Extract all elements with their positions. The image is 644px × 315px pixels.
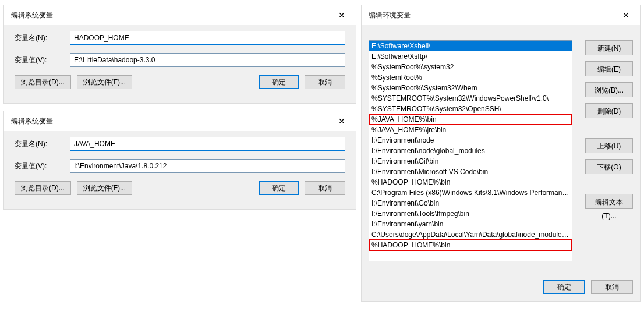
- ok-button[interactable]: 确定: [259, 181, 299, 195]
- cancel-button[interactable]: 取消: [305, 181, 345, 195]
- edit-envvar-dialog: 编辑环境变量 ✕ E:\Software\Xshell\E:\Software\…: [361, 5, 641, 302]
- dialog-title: 编辑系统变量: [11, 116, 53, 126]
- list-item[interactable]: C:\Program Files (x86)\Windows Kits\8.1\…: [369, 187, 572, 198]
- var-value-input[interactable]: [70, 159, 345, 173]
- list-item[interactable]: I:\Environment\node: [369, 135, 572, 146]
- list-item[interactable]: %SYSTEMROOT%\System32\WindowsPowerShell\…: [369, 93, 572, 104]
- movedown-button[interactable]: 下移(O): [585, 159, 633, 174]
- list-item[interactable]: %JAVA_HOME%\bin: [369, 114, 572, 125]
- var-name-label: 变量名(N):: [15, 33, 70, 43]
- close-icon[interactable]: ✕: [617, 9, 635, 22]
- list-item[interactable]: %HADOOP_HOME%\bin: [369, 240, 572, 250]
- close-icon[interactable]: ✕: [332, 115, 351, 128]
- moveup-button[interactable]: 上移(U): [585, 138, 633, 153]
- browse-file-button[interactable]: 浏览文件(F)...: [77, 181, 132, 195]
- edit-sysvar-dialog-1: 编辑系统变量 ✕ 变量名(N): 变量值(V): 浏览目录(D)... 浏览文件…: [3, 5, 356, 104]
- browse-file-button[interactable]: 浏览文件(F)...: [77, 75, 132, 89]
- edit-sysvar-dialog-2: 编辑系统变量 ✕ 变量名(N): 变量值(V): 浏览目录(D)... 浏览文件…: [3, 111, 356, 210]
- delete-button[interactable]: 删除(D): [585, 103, 633, 118]
- list-item[interactable]: E:\Software\Xshell\: [369, 41, 572, 51]
- cancel-button[interactable]: 取消: [305, 75, 345, 89]
- dialog-title: 编辑系统变量: [11, 10, 53, 20]
- dialog-title: 编辑环境变量: [369, 10, 411, 20]
- side-buttons: 新建(N) 编辑(E) 浏览(B)... 删除(D) 上移(U) 下移(O) 编…: [585, 40, 633, 215]
- list-item[interactable]: %SystemRoot%: [369, 72, 572, 83]
- list-item[interactable]: %HADOOP_HOME%\bin: [369, 177, 572, 187]
- var-value-input[interactable]: [70, 53, 345, 67]
- titlebar: 编辑系统变量 ✕: [4, 5, 356, 25]
- var-value-label: 变量值(V):: [15, 161, 70, 171]
- path-listbox[interactable]: E:\Software\Xshell\E:\Software\Xsftp\%Sy…: [369, 40, 572, 261]
- list-item[interactable]: %SYSTEMROOT%\System32\OpenSSH\: [369, 104, 572, 114]
- var-name-label: 变量名(N):: [15, 139, 70, 149]
- list-item[interactable]: %SystemRoot%\system32: [369, 62, 572, 72]
- edit-button[interactable]: 编辑(E): [585, 61, 633, 76]
- browse-button[interactable]: 浏览(B)...: [585, 82, 633, 97]
- list-item[interactable]: I:\Environment\node\global_modules: [369, 146, 572, 156]
- list-item[interactable]: I:\Environment\Microsoft VS Code\bin: [369, 167, 572, 177]
- browse-dir-button[interactable]: 浏览目录(D)...: [15, 181, 71, 195]
- list-item[interactable]: I:\Environment\Tools\ffmpeg\bin: [369, 208, 572, 219]
- browse-dir-button[interactable]: 浏览目录(D)...: [15, 75, 71, 89]
- list-item[interactable]: I:\Environment\Git\bin: [369, 156, 572, 167]
- close-icon[interactable]: ✕: [332, 9, 351, 22]
- list-item[interactable]: %SystemRoot%\System32\Wbem: [369, 83, 572, 93]
- var-value-label: 变量值(V):: [15, 55, 70, 65]
- list-item[interactable]: I:\Environment\Go\bin: [369, 198, 572, 208]
- list-item[interactable]: C:\Users\doge\AppData\Local\Yarn\Data\gl…: [369, 229, 572, 240]
- var-name-input[interactable]: [70, 31, 345, 45]
- var-name-input[interactable]: [70, 137, 345, 151]
- cancel-button[interactable]: 取消: [591, 280, 633, 294]
- ok-button[interactable]: 确定: [543, 280, 585, 294]
- titlebar: 编辑系统变量 ✕: [4, 111, 356, 131]
- new-button[interactable]: 新建(N): [585, 40, 633, 55]
- titlebar: 编辑环境变量 ✕: [362, 5, 640, 25]
- list-item[interactable]: I:\Environment\yarn\bin: [369, 219, 572, 229]
- list-item[interactable]: %JAVA_HOME%\jre\bin: [369, 125, 572, 135]
- list-item[interactable]: E:\Software\Xsftp\: [369, 51, 572, 62]
- ok-button[interactable]: 确定: [259, 75, 299, 89]
- edittext-button[interactable]: 编辑文本(T)...: [585, 194, 633, 209]
